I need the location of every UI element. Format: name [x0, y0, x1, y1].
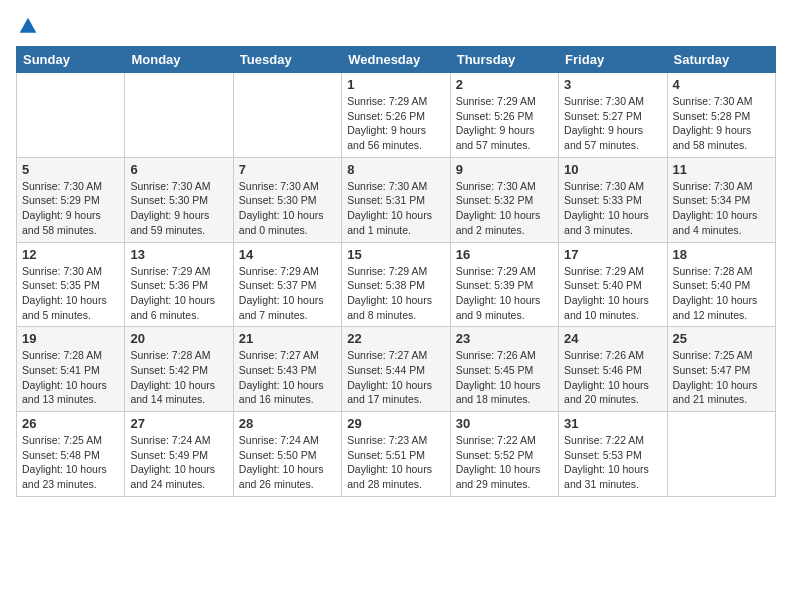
calendar-cell: 4Sunrise: 7:30 AM Sunset: 5:28 PM Daylig…	[667, 73, 775, 158]
day-number: 14	[239, 247, 336, 262]
calendar-cell: 10Sunrise: 7:30 AM Sunset: 5:33 PM Dayli…	[559, 157, 667, 242]
day-number: 6	[130, 162, 227, 177]
day-info: Sunrise: 7:25 AM Sunset: 5:47 PM Dayligh…	[673, 348, 770, 407]
calendar-cell: 21Sunrise: 7:27 AM Sunset: 5:43 PM Dayli…	[233, 327, 341, 412]
calendar-cell: 11Sunrise: 7:30 AM Sunset: 5:34 PM Dayli…	[667, 157, 775, 242]
day-info: Sunrise: 7:30 AM Sunset: 5:34 PM Dayligh…	[673, 179, 770, 238]
day-info: Sunrise: 7:25 AM Sunset: 5:48 PM Dayligh…	[22, 433, 119, 492]
day-number: 4	[673, 77, 770, 92]
day-info: Sunrise: 7:30 AM Sunset: 5:27 PM Dayligh…	[564, 94, 661, 153]
day-info: Sunrise: 7:29 AM Sunset: 5:40 PM Dayligh…	[564, 264, 661, 323]
calendar-cell: 9Sunrise: 7:30 AM Sunset: 5:32 PM Daylig…	[450, 157, 558, 242]
calendar-cell: 31Sunrise: 7:22 AM Sunset: 5:53 PM Dayli…	[559, 412, 667, 497]
calendar-cell: 14Sunrise: 7:29 AM Sunset: 5:37 PM Dayli…	[233, 242, 341, 327]
calendar-cell: 2Sunrise: 7:29 AM Sunset: 5:26 PM Daylig…	[450, 73, 558, 158]
calendar-cell	[17, 73, 125, 158]
day-number: 13	[130, 247, 227, 262]
day-number: 22	[347, 331, 444, 346]
day-info: Sunrise: 7:27 AM Sunset: 5:43 PM Dayligh…	[239, 348, 336, 407]
day-info: Sunrise: 7:24 AM Sunset: 5:50 PM Dayligh…	[239, 433, 336, 492]
calendar-cell: 27Sunrise: 7:24 AM Sunset: 5:49 PM Dayli…	[125, 412, 233, 497]
week-row-3: 19Sunrise: 7:28 AM Sunset: 5:41 PM Dayli…	[17, 327, 776, 412]
week-row-4: 26Sunrise: 7:25 AM Sunset: 5:48 PM Dayli…	[17, 412, 776, 497]
calendar-cell	[125, 73, 233, 158]
weekday-monday: Monday	[125, 47, 233, 73]
day-info: Sunrise: 7:30 AM Sunset: 5:29 PM Dayligh…	[22, 179, 119, 238]
day-number: 25	[673, 331, 770, 346]
day-number: 7	[239, 162, 336, 177]
day-info: Sunrise: 7:30 AM Sunset: 5:35 PM Dayligh…	[22, 264, 119, 323]
day-info: Sunrise: 7:28 AM Sunset: 5:40 PM Dayligh…	[673, 264, 770, 323]
day-number: 29	[347, 416, 444, 431]
day-number: 19	[22, 331, 119, 346]
weekday-saturday: Saturday	[667, 47, 775, 73]
day-number: 16	[456, 247, 553, 262]
calendar-cell: 26Sunrise: 7:25 AM Sunset: 5:48 PM Dayli…	[17, 412, 125, 497]
calendar-cell: 15Sunrise: 7:29 AM Sunset: 5:38 PM Dayli…	[342, 242, 450, 327]
header	[16, 16, 776, 36]
day-number: 21	[239, 331, 336, 346]
calendar-cell: 5Sunrise: 7:30 AM Sunset: 5:29 PM Daylig…	[17, 157, 125, 242]
day-number: 26	[22, 416, 119, 431]
calendar-cell: 19Sunrise: 7:28 AM Sunset: 5:41 PM Dayli…	[17, 327, 125, 412]
calendar-cell: 28Sunrise: 7:24 AM Sunset: 5:50 PM Dayli…	[233, 412, 341, 497]
calendar-cell	[667, 412, 775, 497]
day-info: Sunrise: 7:30 AM Sunset: 5:32 PM Dayligh…	[456, 179, 553, 238]
calendar-cell: 7Sunrise: 7:30 AM Sunset: 5:30 PM Daylig…	[233, 157, 341, 242]
day-number: 3	[564, 77, 661, 92]
logo-icon	[18, 16, 38, 36]
day-number: 11	[673, 162, 770, 177]
day-info: Sunrise: 7:29 AM Sunset: 5:37 PM Dayligh…	[239, 264, 336, 323]
calendar-table: SundayMondayTuesdayWednesdayThursdayFrid…	[16, 46, 776, 497]
day-info: Sunrise: 7:30 AM Sunset: 5:28 PM Dayligh…	[673, 94, 770, 153]
day-info: Sunrise: 7:30 AM Sunset: 5:31 PM Dayligh…	[347, 179, 444, 238]
calendar-cell: 3Sunrise: 7:30 AM Sunset: 5:27 PM Daylig…	[559, 73, 667, 158]
day-info: Sunrise: 7:29 AM Sunset: 5:38 PM Dayligh…	[347, 264, 444, 323]
day-info: Sunrise: 7:28 AM Sunset: 5:42 PM Dayligh…	[130, 348, 227, 407]
day-number: 31	[564, 416, 661, 431]
day-number: 23	[456, 331, 553, 346]
calendar-cell: 8Sunrise: 7:30 AM Sunset: 5:31 PM Daylig…	[342, 157, 450, 242]
day-number: 5	[22, 162, 119, 177]
calendar-cell: 25Sunrise: 7:25 AM Sunset: 5:47 PM Dayli…	[667, 327, 775, 412]
page-container: SundayMondayTuesdayWednesdayThursdayFrid…	[0, 0, 792, 505]
day-number: 28	[239, 416, 336, 431]
weekday-wednesday: Wednesday	[342, 47, 450, 73]
logo-text	[16, 16, 38, 36]
day-number: 18	[673, 247, 770, 262]
svg-marker-0	[20, 18, 37, 33]
day-info: Sunrise: 7:27 AM Sunset: 5:44 PM Dayligh…	[347, 348, 444, 407]
day-number: 1	[347, 77, 444, 92]
day-number: 30	[456, 416, 553, 431]
calendar-cell: 12Sunrise: 7:30 AM Sunset: 5:35 PM Dayli…	[17, 242, 125, 327]
day-info: Sunrise: 7:30 AM Sunset: 5:30 PM Dayligh…	[130, 179, 227, 238]
day-info: Sunrise: 7:29 AM Sunset: 5:39 PM Dayligh…	[456, 264, 553, 323]
day-info: Sunrise: 7:28 AM Sunset: 5:41 PM Dayligh…	[22, 348, 119, 407]
day-number: 27	[130, 416, 227, 431]
calendar-cell: 16Sunrise: 7:29 AM Sunset: 5:39 PM Dayli…	[450, 242, 558, 327]
week-row-2: 12Sunrise: 7:30 AM Sunset: 5:35 PM Dayli…	[17, 242, 776, 327]
calendar-cell: 29Sunrise: 7:23 AM Sunset: 5:51 PM Dayli…	[342, 412, 450, 497]
day-number: 24	[564, 331, 661, 346]
calendar-cell: 22Sunrise: 7:27 AM Sunset: 5:44 PM Dayli…	[342, 327, 450, 412]
calendar-cell: 17Sunrise: 7:29 AM Sunset: 5:40 PM Dayli…	[559, 242, 667, 327]
calendar-cell: 30Sunrise: 7:22 AM Sunset: 5:52 PM Dayli…	[450, 412, 558, 497]
calendar-cell: 24Sunrise: 7:26 AM Sunset: 5:46 PM Dayli…	[559, 327, 667, 412]
day-info: Sunrise: 7:26 AM Sunset: 5:45 PM Dayligh…	[456, 348, 553, 407]
calendar-cell: 6Sunrise: 7:30 AM Sunset: 5:30 PM Daylig…	[125, 157, 233, 242]
week-row-0: 1Sunrise: 7:29 AM Sunset: 5:26 PM Daylig…	[17, 73, 776, 158]
day-info: Sunrise: 7:22 AM Sunset: 5:52 PM Dayligh…	[456, 433, 553, 492]
day-number: 8	[347, 162, 444, 177]
day-info: Sunrise: 7:29 AM Sunset: 5:26 PM Dayligh…	[456, 94, 553, 153]
calendar-cell: 18Sunrise: 7:28 AM Sunset: 5:40 PM Dayli…	[667, 242, 775, 327]
day-number: 10	[564, 162, 661, 177]
day-info: Sunrise: 7:30 AM Sunset: 5:33 PM Dayligh…	[564, 179, 661, 238]
day-number: 9	[456, 162, 553, 177]
logo	[16, 16, 38, 36]
day-info: Sunrise: 7:29 AM Sunset: 5:26 PM Dayligh…	[347, 94, 444, 153]
weekday-friday: Friday	[559, 47, 667, 73]
day-number: 15	[347, 247, 444, 262]
day-number: 17	[564, 247, 661, 262]
week-row-1: 5Sunrise: 7:30 AM Sunset: 5:29 PM Daylig…	[17, 157, 776, 242]
day-info: Sunrise: 7:22 AM Sunset: 5:53 PM Dayligh…	[564, 433, 661, 492]
